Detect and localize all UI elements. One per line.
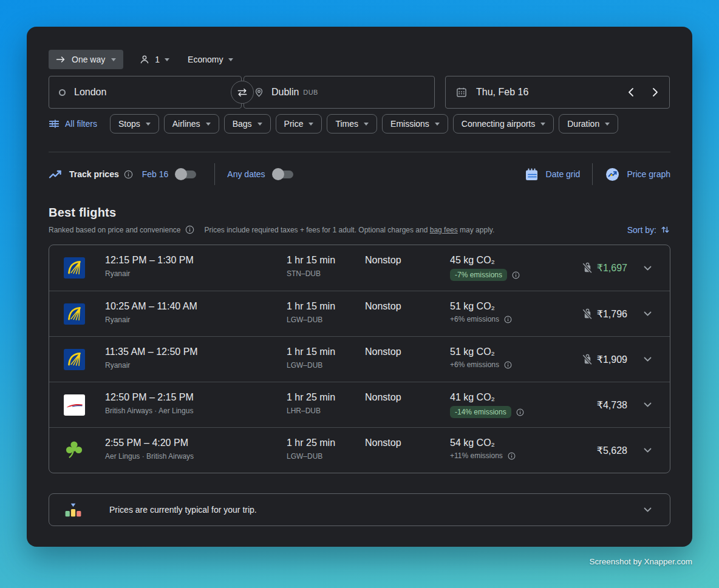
swap-airports-button[interactable] [231,81,254,104]
emissions-label: -7% emissions [450,269,507,281]
filter-chip[interactable]: Price [276,114,322,133]
ryanair-logo [64,257,85,279]
flight-price: ₹1,697 [597,262,627,274]
date-nav [627,86,659,98]
person-icon [139,54,150,65]
price-insight-card[interactable]: Prices are currently typical for your tr… [49,493,670,526]
aer-lingus-logo [64,440,85,461]
ranking-note-text: Ranked based on price and convenience [49,226,181,234]
next-date-button[interactable] [651,86,659,98]
price-column: ₹4,738 [554,399,627,411]
expand-flight-button[interactable] [639,357,655,362]
emissions-column: 41 kg CO₂ -14% emissions [450,391,554,427]
flight-details: 2:55 PM – 4:20 PM Aer Lingus · British A… [105,428,554,473]
flight-times: 11:35 AM – 12:50 PM [105,346,287,357]
airline-logo [64,440,85,461]
times-column: 12:15 PM – 1:30 PM Ryanair [105,254,287,291]
cabin-class-selector[interactable]: Economy [188,55,233,64]
ranking-note: Ranked based on price and convenience [49,225,194,234]
ranking-info-icon[interactable] [185,225,194,234]
expand-insight-button[interactable] [639,507,655,512]
flight-price: ₹1,909 [597,354,627,365]
emissions-info-icon[interactable] [504,361,512,369]
filter-chip-label: Times [335,119,358,129]
flight-stops: Nonstop [365,437,450,448]
destination-airport-code: DUB [303,89,318,96]
flight-price: ₹5,628 [597,445,627,456]
price-column: ₹5,628 [554,445,627,456]
emissions-info-icon[interactable] [512,271,520,279]
track-date-label: Feb 16 [142,169,169,179]
emissions-info-icon[interactable] [516,408,524,416]
passenger-count-label: 1 [155,55,160,64]
flight-row[interactable]: 2:55 PM – 4:20 PM Aer Lingus · British A… [49,427,670,473]
flight-row[interactable]: 12:50 PM – 2:15 PM British Airways · Aer… [49,382,670,427]
stops-column: Nonstop [365,391,450,427]
track-prices-row: Track prices Feb 16 Any dates Date grid … [49,163,670,186]
filter-chip[interactable]: Bags [224,114,271,133]
emissions-info-icon[interactable] [508,452,516,460]
trip-type-label: One way [72,55,105,64]
departure-date-field[interactable]: Thu, Feb 16 [445,76,670,109]
flight-times: 12:50 PM – 2:15 PM [105,391,287,403]
stops-column: Nonstop [365,437,450,473]
dropdown-caret-icon [206,123,211,126]
filter-chip[interactable]: Connecting airports [453,114,554,133]
filter-chip[interactable]: Duration [559,114,618,133]
dropdown-caret-icon [165,58,169,61]
flight-times: 2:55 PM – 4:20 PM [105,437,287,448]
flight-airlines: Ryanair [105,269,287,278]
ryanair-logo [64,349,85,370]
flight-details: 12:15 PM – 1:30 PM Ryanair 1 hr 15 min S… [105,245,554,291]
vertical-divider [214,163,215,185]
dropdown-caret-icon [257,123,262,126]
flight-stops: Nonstop [365,300,450,312]
flight-details: 10:25 AM – 11:40 AM Ryanair 1 hr 15 min … [105,291,554,336]
stops-column: Nonstop [365,300,450,336]
any-dates-toggle[interactable] [274,171,293,178]
date-grid-label: Date grid [546,169,581,179]
expand-flight-button[interactable] [639,448,655,453]
expand-flight-button[interactable] [639,402,655,407]
flight-duration: 1 hr 25 min [287,437,365,448]
previous-date-button[interactable] [627,86,635,98]
flight-row[interactable]: 12:15 PM – 1:30 PM Ryanair 1 hr 15 min S… [49,245,670,291]
all-filters-button[interactable]: All filters [49,118,97,129]
flight-row[interactable]: 10:25 AM – 11:40 AM Ryanair 1 hr 15 min … [49,291,670,336]
dropdown-caret-icon [146,123,151,126]
times-column: 11:35 AM – 12:50 PM Ryanair [105,346,287,382]
filter-chip[interactable]: Times [327,114,377,133]
filter-chip[interactable]: Airlines [164,114,219,133]
trip-type-selector[interactable]: One way [49,50,123,69]
chevron-down-icon [644,402,652,407]
expand-flight-button[interactable] [639,266,655,271]
emissions-label: -14% emissions [450,406,511,418]
trending-line-icon [49,169,62,179]
sort-by-button[interactable]: Sort by: [627,225,670,235]
track-date-toggle[interactable] [177,171,196,178]
stops-column: Nonstop [365,346,450,382]
filter-chip[interactable]: Emissions [382,114,448,133]
chevron-right-icon [652,87,658,97]
price-graph-button[interactable]: Price graph [605,167,670,182]
emissions-label: +6% emissions [450,360,499,369]
origin-input[interactable]: London [49,76,242,109]
flight-airlines: Aer Lingus · British Airways [105,452,287,461]
chevron-left-icon [628,87,634,97]
flight-price: ₹1,796 [597,308,627,320]
flight-co2: 51 kg CO₂ [450,300,554,312]
date-grid-button[interactable]: Date grid [524,167,581,182]
flight-co2: 51 kg CO₂ [450,346,554,357]
destination-input[interactable]: Dublin DUB [244,76,435,109]
flight-duration: 1 hr 15 min [287,300,365,312]
track-prices-info-icon[interactable] [124,170,133,179]
passenger-selector[interactable]: 1 [139,54,169,65]
emissions-info-icon[interactable] [504,316,512,323]
flight-row[interactable]: 11:35 AM – 12:50 PM Ryanair 1 hr 15 min … [49,336,670,382]
flight-route: LGW–DUB [287,361,365,370]
sort-by-label: Sort by: [627,225,656,235]
tune-filters-icon [49,118,60,129]
expand-flight-button[interactable] [639,311,655,316]
bag-fees-link[interactable]: bag fees [430,226,458,234]
filter-chip[interactable]: Stops [110,114,159,133]
